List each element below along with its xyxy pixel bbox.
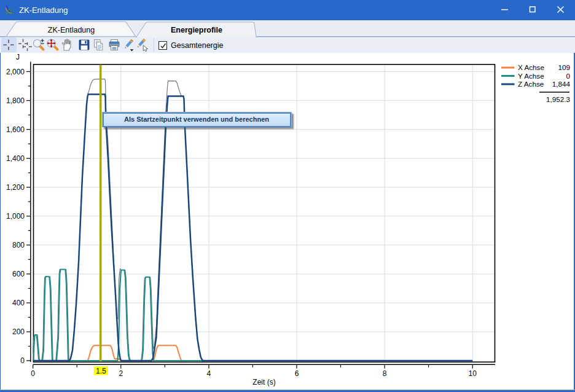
- svg-text:1.5: 1.5: [96, 367, 106, 375]
- svg-text:4: 4: [207, 369, 211, 378]
- svg-text:Y Achse: Y Achse: [518, 72, 544, 80]
- svg-text:400: 400: [12, 299, 25, 307]
- svg-text:1,952.3: 1,952.3: [546, 95, 570, 103]
- svg-text:Zeit (s): Zeit (s): [252, 378, 275, 386]
- svg-text:1,600: 1,600: [6, 125, 25, 134]
- svg-text:1,800: 1,800: [6, 96, 25, 105]
- svg-text:2,000: 2,000: [6, 68, 25, 76]
- svg-text:6: 6: [295, 369, 299, 378]
- svg-text:10: 10: [469, 369, 477, 378]
- svg-text:1,200: 1,200: [6, 183, 25, 192]
- svg-text:ZK-Entladung: ZK-Entladung: [48, 26, 95, 34]
- svg-text:800: 800: [12, 241, 25, 249]
- svg-text:1,400: 1,400: [6, 154, 25, 163]
- svg-text:8: 8: [383, 369, 387, 378]
- svg-text:109: 109: [558, 63, 570, 71]
- svg-text:Energieprofile: Energieprofile: [171, 26, 222, 34]
- svg-text:2: 2: [119, 369, 123, 378]
- svg-text:200: 200: [12, 327, 25, 336]
- svg-text:J: J: [16, 53, 20, 61]
- svg-text:1,000: 1,000: [6, 212, 25, 221]
- svg-text:0: 0: [31, 369, 35, 378]
- svg-text:0: 0: [20, 356, 25, 365]
- svg-text:600: 600: [12, 270, 25, 278]
- svg-text:X Achse: X Achse: [518, 63, 544, 71]
- svg-text:0: 0: [566, 72, 570, 80]
- svg-text:Z Achse: Z Achse: [518, 80, 544, 88]
- svg-text:1,844: 1,844: [552, 80, 571, 88]
